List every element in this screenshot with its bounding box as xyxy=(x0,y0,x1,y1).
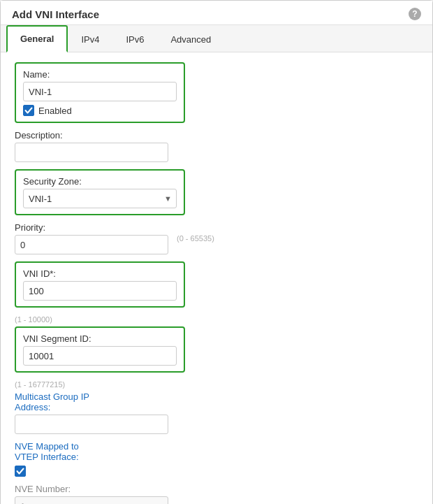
nve-mapped-checkbox-row xyxy=(15,466,418,477)
tab-ipv4[interactable]: IPv4 xyxy=(68,27,112,52)
name-input[interactable] xyxy=(23,82,177,101)
priority-field-group: Priority: xyxy=(15,222,168,254)
security-zone-select-wrapper: VNI-1 ▼ xyxy=(23,189,177,208)
description-group: Description: xyxy=(15,130,418,162)
vni-segment-id-input[interactable] xyxy=(23,346,177,366)
priority-input[interactable] xyxy=(15,235,168,254)
description-input[interactable] xyxy=(15,143,168,162)
multicast-group-ip-label: Multicast Group IP Address: xyxy=(15,391,418,412)
security-zone-group: Security Zone: VNI-1 ▼ xyxy=(15,169,185,215)
nve-mapped-group: NVE Mapped to VTEP Interface: xyxy=(15,441,418,477)
vni-segment-id-hint: (1 - 16777215) xyxy=(15,380,418,389)
enabled-label: Enabled xyxy=(38,106,72,116)
multicast-group-ip-group: Multicast Group IP Address: xyxy=(15,391,418,434)
priority-hint: (0 - 65535) xyxy=(177,234,214,243)
vni-id-hint: (1 - 10000) xyxy=(15,315,418,324)
dialog-header: Add VNI Interface ? xyxy=(1,1,432,25)
nve-mapped-label: NVE Mapped to VTEP Interface: xyxy=(15,441,418,462)
dialog-body: Name: Enabled Description: Security Zone… xyxy=(1,52,432,504)
nve-number-group: NVE Number: xyxy=(15,484,418,504)
multicast-group-ip-input[interactable] xyxy=(15,415,168,434)
enabled-row: Enabled xyxy=(23,105,177,116)
nve-number-input[interactable] xyxy=(15,496,168,504)
tab-advanced[interactable]: Advanced xyxy=(157,27,224,52)
enabled-checkbox[interactable] xyxy=(23,105,34,116)
name-label: Name: xyxy=(23,69,177,80)
dialog-title: Add VNI Interface xyxy=(12,8,99,20)
security-zone-select[interactable]: VNI-1 xyxy=(23,189,177,208)
name-enabled-group: Name: Enabled xyxy=(15,62,185,123)
nve-mapped-checkbox[interactable] xyxy=(15,466,26,477)
tab-bar: General IPv4 IPv6 Advanced xyxy=(1,25,432,52)
description-label: Description: xyxy=(15,130,418,141)
tab-ipv6[interactable]: IPv6 xyxy=(112,27,157,52)
help-icon[interactable]: ? xyxy=(409,8,421,20)
vni-id-group: VNI ID*: xyxy=(15,261,185,308)
tab-general[interactable]: General xyxy=(6,25,68,52)
priority-label: Priority: xyxy=(15,222,168,233)
vni-id-input[interactable] xyxy=(23,281,177,301)
vni-segment-id-label: VNI Segment ID: xyxy=(23,333,177,344)
priority-group: Priority: (0 - 65535) xyxy=(15,222,418,254)
vni-id-label: VNI ID*: xyxy=(23,268,177,279)
add-vni-interface-dialog: Add VNI Interface ? General IPv4 IPv6 Ad… xyxy=(0,0,433,504)
security-zone-label: Security Zone: xyxy=(23,176,177,187)
nve-number-label: NVE Number: xyxy=(15,484,418,494)
vni-segment-id-group: VNI Segment ID: xyxy=(15,326,185,373)
